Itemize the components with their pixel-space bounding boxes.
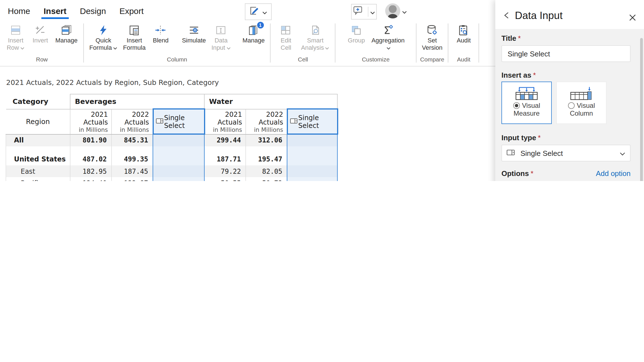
single-select-cell[interactable] [153,134,204,146]
button-label: Simulate [182,37,206,44]
tab-insert[interactable]: Insert [42,5,68,19]
column-header-2021-beverages[interactable]: 2021 Actuals in Millions [70,109,112,134]
close-icon[interactable] [629,13,636,23]
manage-rows-button[interactable]: Manage [53,22,80,44]
button-label: Aggregation [371,37,405,44]
measure-name: 2021 Actuals [205,110,242,126]
single-select-cell[interactable] [153,165,204,177]
radio-icon[interactable] [513,102,520,109]
input-type-dropdown[interactable]: Single Select [501,145,631,161]
cell[interactable]: 79.22 [204,165,246,177]
column-header-2021-water[interactable]: 2021 Actuals in Millions [204,109,246,134]
back-icon[interactable] [503,11,510,21]
cell[interactable]: 845.31 [112,134,153,146]
single-select-cell[interactable] [287,177,337,181]
quick-formula-icon [97,23,110,37]
cell[interactable]: 312.06 [246,134,287,146]
button-label: Formula [89,44,112,51]
single-select-cell[interactable] [287,146,337,165]
row-header[interactable]: Pacific [6,177,70,181]
data-input-panel: Data Input Title* Single Select Insert a… [495,0,644,181]
edit-mode-button[interactable] [245,3,272,20]
single-select-cell[interactable] [153,177,204,181]
measure-unit: in Millions [246,126,283,133]
corner-header: Category [6,94,70,109]
simulate-button[interactable]: Simulate [179,22,209,44]
visual-column-card[interactable]: Visual Column [556,82,607,124]
options-label: Options* [501,169,533,178]
manage-rows-icon [60,23,73,37]
cell[interactable]: 82.05 [246,165,287,177]
column-header-2022-water[interactable]: 2022 Actuals in Millions [246,109,287,134]
tab-design[interactable]: Design [79,5,107,19]
ribbon-group-cell: Edit Cell Smart Analysis Cell [274,22,332,64]
invert-icon [34,23,46,37]
panel-scrollbar[interactable] [640,38,643,181]
single-select-cell[interactable] [153,146,204,165]
cell[interactable]: 124.40 [70,177,112,181]
group-label-cell: Cell [274,56,332,64]
ribbon-group-audit: Audit Audit [451,22,476,64]
cell[interactable]: 187.71 [204,146,246,165]
tab-export[interactable]: Export [118,5,145,19]
cell[interactable]: 487.02 [70,146,112,165]
card-label: Measure [513,109,539,117]
ribbon-buttons: Insert Row Invert [3,22,482,64]
data-input-button[interactable]: Data Input [209,22,234,51]
column-header-single-select-water[interactable]: Single Select [287,109,337,134]
column-header-2022-beverages[interactable]: 2022 Actuals in Millions [112,109,153,134]
cell[interactable]: 299.44 [204,134,246,146]
required-mark: * [518,34,521,42]
cell[interactable]: 122.87 [112,177,153,181]
comment-button[interactable] [351,4,377,20]
single-select-cell[interactable] [287,165,337,177]
column-group-water[interactable]: Water [204,94,337,109]
cell[interactable]: 499.35 [112,146,153,165]
blend-button[interactable]: Blend [148,22,173,44]
smart-analysis-button[interactable]: Smart Analysis [298,22,332,51]
column-group-header-row: Category Beverages Water [6,94,337,109]
visual-measure-icon [513,86,541,101]
row-header[interactable]: United States [6,146,70,165]
chevron-down-icon [113,44,117,51]
button-label: Cell [281,44,291,51]
cell[interactable]: 50.72 [246,177,287,181]
group-button[interactable]: Group [344,22,369,44]
title-input[interactable]: Single Select [501,45,631,62]
aggregation-button[interactable]: Aggregation [369,22,408,51]
measure-unit: in Millions [205,126,242,133]
insert-as-cards: Visual Measure Visual Column [501,82,631,124]
set-version-button[interactable]: Set Version [419,22,445,51]
insert-formula-button[interactable]: Insert Formula [120,22,148,51]
column-group-beverages[interactable]: Beverages [70,94,204,109]
audit-button[interactable]: Audit [451,22,476,44]
manage-columns-button[interactable]: 1 Manage [240,22,267,44]
add-option-link[interactable]: Add option [596,169,631,178]
column-header-single-select-beverages[interactable]: Single Select [153,109,204,134]
button-label: Insert [127,37,142,44]
invert-button[interactable]: Invert [28,22,53,44]
cell[interactable]: 801.90 [70,134,112,146]
chevron-down-icon [20,44,25,51]
cell[interactable]: 50.55 [204,177,246,181]
cell[interactable]: 182.95 [70,165,112,177]
chevron-down-icon [386,44,391,51]
edit-cell-button[interactable]: Edit Cell [274,22,298,51]
measure-name: 2022 Actuals [246,110,283,126]
insert-row-button[interactable]: Insert Row [3,22,28,51]
radio-icon[interactable] [568,102,575,109]
button-label: Set [428,37,437,44]
row-dimension-header[interactable]: Region [6,109,70,134]
quick-formula-button[interactable]: Quick Formula [87,22,120,51]
single-select-cell[interactable] [287,134,337,146]
table-row: Pacific 124.40 122.87 50.55 50.72 [6,177,337,181]
cell[interactable]: 195.47 [246,146,287,165]
account-menu[interactable] [385,3,407,18]
edit-pencil-icon [249,6,261,18]
cell[interactable]: 187.45 [112,165,153,177]
edit-cell-icon [280,23,292,37]
row-header[interactable]: East [6,165,70,177]
visual-measure-card[interactable]: Visual Measure [501,82,552,124]
row-header[interactable]: All [6,134,70,146]
tab-home[interactable]: Home [7,5,31,19]
